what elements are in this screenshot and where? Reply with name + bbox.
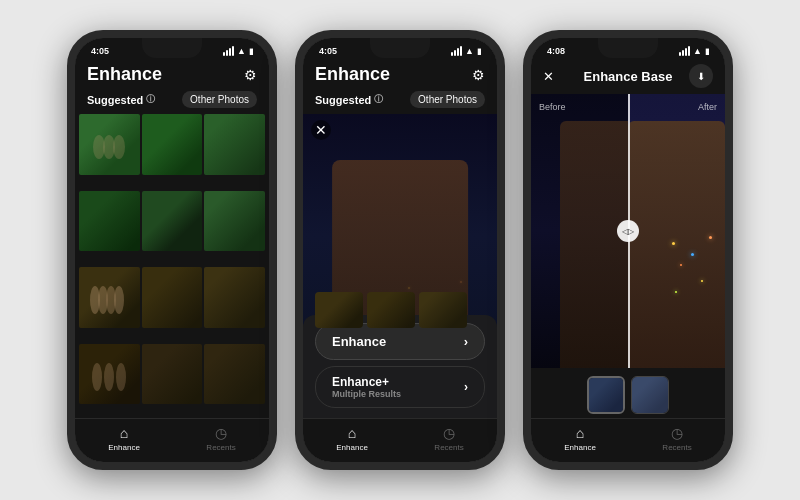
recents-nav-icon-2: ◷ xyxy=(443,425,455,441)
enhance-nav-icon-1: ⌂ xyxy=(120,425,128,441)
download-button[interactable]: ⬇ xyxy=(689,64,713,88)
gear-icon-1[interactable]: ⚙ xyxy=(244,67,257,83)
svg-point-8 xyxy=(104,363,114,391)
strip-cell-2[interactable] xyxy=(367,292,415,328)
status-icons-3: ▲ ▮ xyxy=(679,46,709,56)
enhance-main-label: Enhance xyxy=(332,334,386,349)
close-preview-button[interactable]: ✕ xyxy=(311,120,331,140)
time-display-3: 4:08 xyxy=(547,46,565,56)
wifi-icon-3: ▲ xyxy=(693,46,702,56)
svg-point-6 xyxy=(114,286,124,314)
tab-other-photos-2[interactable]: Other Photos xyxy=(410,91,485,108)
compare-label-after: After xyxy=(698,102,717,112)
nav-recents-1[interactable]: ◷ Recents xyxy=(206,425,235,452)
photo-people-10 xyxy=(79,344,140,405)
phone-3: 4:08 ▲ ▮ ✕ Enhance Base ⬇ xyxy=(523,30,733,470)
phone-2-screen: 4:05 ▲ ▮ Enhance ⚙ Suggested ⓘ xyxy=(303,38,497,462)
status-bar-1: 4:05 ▲ ▮ xyxy=(75,38,269,60)
result-thumb-2[interactable] xyxy=(631,376,669,414)
time-display-1: 4:05 xyxy=(91,46,109,56)
tab-other-photos-1[interactable]: Other Photos xyxy=(182,91,257,108)
photo-cell-6[interactable] xyxy=(204,191,265,252)
nav-enhance-3[interactable]: ⌂ Enhance xyxy=(564,425,596,452)
photo-people-1 xyxy=(79,114,140,175)
wifi-icon-2: ▲ xyxy=(465,46,474,56)
status-icons-1: ▲ ▮ xyxy=(223,46,253,56)
compare-label-before: Before xyxy=(539,102,566,112)
tabs-row-1: Suggested ⓘ Other Photos xyxy=(75,91,269,114)
enhance-nav-icon-3: ⌂ xyxy=(576,425,584,441)
strip-cell-3[interactable] xyxy=(419,292,467,328)
app-header-1: Enhance ⚙ xyxy=(75,60,269,91)
enhance-plus-label: Enhance+ xyxy=(332,375,401,389)
nav-recents-label-1: Recents xyxy=(206,443,235,452)
enhance-plus-content: Enhance+ Multiple Results xyxy=(332,375,401,399)
photo-cell-12[interactable] xyxy=(204,344,265,405)
photo-cell-2[interactable] xyxy=(142,114,203,175)
app-title-2: Enhance xyxy=(315,64,390,85)
svg-point-9 xyxy=(116,363,126,391)
phone-2: 4:05 ▲ ▮ Enhance ⚙ Suggested ⓘ xyxy=(295,30,505,470)
nav-enhance-label-3: Enhance xyxy=(564,443,596,452)
enhance-plus-button[interactable]: Enhance+ Multiple Results › xyxy=(315,366,485,408)
nav-enhance-label-2: Enhance xyxy=(336,443,368,452)
photo-cell-3[interactable] xyxy=(204,114,265,175)
app-title-1: Enhance xyxy=(87,64,162,85)
enhance-panel: Enhance › Enhance+ Multiple Results › xyxy=(303,315,497,418)
photo-cell-9[interactable] xyxy=(204,267,265,328)
photo-cell-5[interactable] xyxy=(142,191,203,252)
photo-cell-1[interactable] xyxy=(79,114,140,175)
photo-people-7 xyxy=(79,267,140,328)
battery-icon: ▮ xyxy=(249,47,253,56)
tab-suggested-2[interactable]: Suggested ⓘ xyxy=(315,91,383,108)
strip-photos xyxy=(303,288,497,330)
time-display-2: 4:05 xyxy=(319,46,337,56)
recents-nav-icon-1: ◷ xyxy=(215,425,227,441)
gear-icon-2[interactable]: ⚙ xyxy=(472,67,485,83)
bottom-nav-2: ⌂ Enhance ◷ Recents xyxy=(303,418,497,462)
status-bar-3: 4:08 ▲ ▮ xyxy=(531,38,725,60)
photo-cell-4[interactable] xyxy=(79,191,140,252)
nav-recents-3[interactable]: ◷ Recents xyxy=(662,425,691,452)
nav-recents-2[interactable]: ◷ Recents xyxy=(434,425,463,452)
nav-enhance-label-1: Enhance xyxy=(108,443,140,452)
app-header-2: Enhance ⚙ xyxy=(303,60,497,91)
photo-grid-1 xyxy=(75,114,269,418)
tab-suggested-1[interactable]: Suggested ⓘ xyxy=(87,91,155,108)
signal-icon-3 xyxy=(679,46,690,56)
status-icons-2: ▲ ▮ xyxy=(451,46,481,56)
enhance-main-chevron: › xyxy=(464,334,468,349)
info-icon-1: ⓘ xyxy=(146,93,155,106)
phone-3-screen: 4:08 ▲ ▮ ✕ Enhance Base ⬇ xyxy=(531,38,725,462)
recents-nav-icon-3: ◷ xyxy=(671,425,683,441)
bottom-nav-3: ⌂ Enhance ◷ Recents xyxy=(531,418,725,462)
photo-cell-7[interactable] xyxy=(79,267,140,328)
signal-icon xyxy=(223,46,234,56)
wifi-icon: ▲ xyxy=(237,46,246,56)
info-icon-2: ⓘ xyxy=(374,93,383,106)
nav-recents-label-2: Recents xyxy=(434,443,463,452)
nav-enhance-1[interactable]: ⌂ Enhance xyxy=(108,425,140,452)
status-bar-2: 4:05 ▲ ▮ xyxy=(303,38,497,60)
compare-container: ◁▷ Before After xyxy=(531,94,725,368)
photo-cell-10[interactable] xyxy=(79,344,140,405)
svg-point-7 xyxy=(92,363,102,391)
photo-cell-8[interactable] xyxy=(142,267,203,328)
compare-handle[interactable]: ◁▷ xyxy=(617,220,639,242)
result-thumb-1[interactable] xyxy=(587,376,625,414)
nav-enhance-2[interactable]: ⌂ Enhance xyxy=(336,425,368,452)
close-button-3[interactable]: ✕ xyxy=(543,69,567,84)
strip-cell-1[interactable] xyxy=(315,292,363,328)
phone-1: 4:05 ▲ ▮ Enhance ⚙ Suggested ⓘ xyxy=(67,30,277,470)
enhance-nav-icon-2: ⌂ xyxy=(348,425,356,441)
compare-after-panel xyxy=(628,94,725,368)
phone-1-screen: 4:05 ▲ ▮ Enhance ⚙ Suggested ⓘ xyxy=(75,38,269,462)
nav-recents-label-3: Recents xyxy=(662,443,691,452)
bottom-nav-1: ⌂ Enhance ◷ Recents xyxy=(75,418,269,462)
photo-cell-11[interactable] xyxy=(142,344,203,405)
result-thumbnails xyxy=(531,368,725,418)
enhance-plus-subtitle: Multiple Results xyxy=(332,389,401,399)
battery-icon-3: ▮ xyxy=(705,47,709,56)
phone3-header: ✕ Enhance Base ⬇ xyxy=(531,60,725,94)
app-title-3: Enhance Base xyxy=(567,69,689,84)
